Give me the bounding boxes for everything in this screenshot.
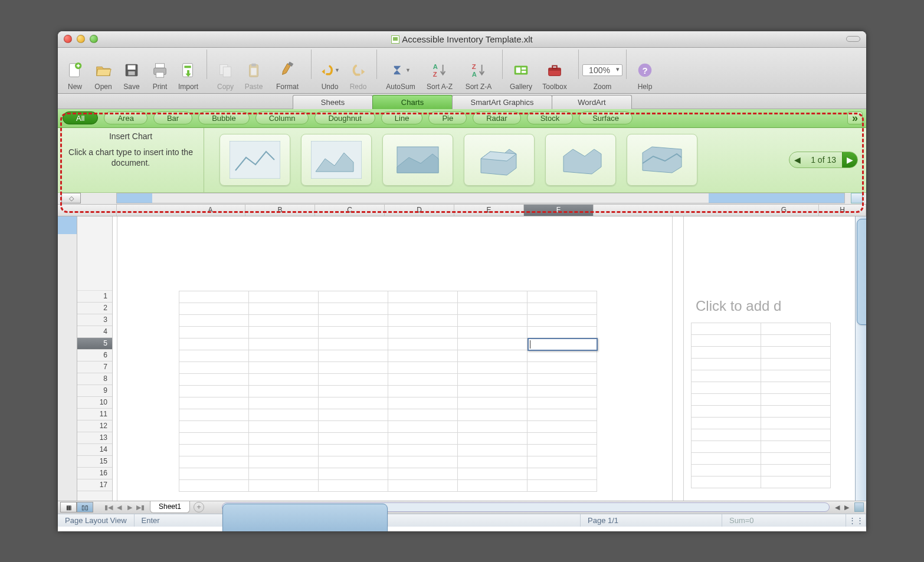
- add-data-placeholder[interactable]: Click to add d: [696, 298, 781, 314]
- status-view[interactable]: Page Layout View: [58, 514, 135, 527]
- ribbon-tab-smartart[interactable]: SmartArt Graphics: [452, 95, 552, 109]
- page-layout-view-button[interactable]: ▯▯: [77, 502, 93, 512]
- active-cell[interactable]: [527, 338, 598, 351]
- zoom-dropdown[interactable]: 100%Zoom: [584, 60, 621, 91]
- row-12[interactable]: 12: [77, 420, 112, 432]
- chart-cat-bubble[interactable]: Bubble: [198, 111, 249, 124]
- chart-thumb-3[interactable]: [382, 134, 453, 186]
- pager-prev[interactable]: ◀: [789, 152, 805, 167]
- hscroll-left[interactable]: ◀: [833, 504, 841, 511]
- row-8[interactable]: 8: [77, 373, 112, 385]
- import-button[interactable]: Import: [175, 60, 202, 91]
- sheet-first[interactable]: ▮◀: [104, 504, 113, 511]
- sheet-tab-1[interactable]: Sheet1: [150, 501, 190, 513]
- hscroll-thumb[interactable]: [222, 504, 388, 531]
- split-handle[interactable]: [854, 502, 864, 512]
- chart-cat-more[interactable]: »: [847, 111, 863, 124]
- col-B[interactable]: B: [245, 205, 315, 216]
- sort-za-button[interactable]: ZASort Z-A: [460, 60, 497, 91]
- paste-button[interactable]: Paste: [240, 60, 267, 91]
- chart-category-bar: All Area Bar Bubble Column Doughnut Line…: [58, 109, 866, 128]
- row-10[interactable]: 10: [77, 397, 112, 409]
- cell-grid[interactable]: [179, 291, 597, 492]
- chart-cat-line[interactable]: Line: [381, 111, 423, 124]
- toolbox-button[interactable]: Toolbox: [536, 60, 574, 91]
- col-H[interactable]: H: [819, 205, 866, 216]
- row-13[interactable]: 13: [77, 432, 112, 444]
- page-1: [117, 216, 672, 501]
- row-17[interactable]: 17: [77, 479, 112, 491]
- col-F[interactable]: F: [524, 205, 594, 216]
- sheet-last[interactable]: ▶▮: [136, 504, 145, 511]
- chart-cat-column[interactable]: Column: [255, 111, 309, 124]
- col-C[interactable]: C: [315, 205, 385, 216]
- vertical-ruler[interactable]: [58, 216, 77, 501]
- hscroll-right[interactable]: ▶: [843, 504, 851, 511]
- row-4[interactable]: 4: [77, 326, 112, 338]
- row-2[interactable]: 2: [77, 303, 112, 314]
- chart-thumb-1[interactable]: [219, 134, 290, 186]
- svg-rect-21: [516, 67, 521, 73]
- chart-thumb-2[interactable]: [301, 134, 372, 186]
- chart-thumb-5[interactable]: [545, 134, 616, 186]
- vertical-scrollbar[interactable]: [855, 216, 866, 501]
- ruler-origin-handle[interactable]: ◇: [61, 193, 81, 203]
- open-button[interactable]: Open: [90, 60, 117, 91]
- row-14[interactable]: 14: [77, 444, 112, 456]
- col-E[interactable]: E: [454, 205, 524, 216]
- vscroll-thumb[interactable]: [857, 219, 866, 325]
- sort-az-button[interactable]: AZSort A-Z: [421, 60, 458, 91]
- chart-cat-area[interactable]: Area: [104, 111, 147, 124]
- row-7[interactable]: 7: [77, 361, 112, 373]
- chart-cat-doughnut[interactable]: Doughnut: [314, 111, 375, 124]
- chart-thumb-4[interactable]: [464, 134, 535, 186]
- chart-cat-radar[interactable]: Radar: [473, 111, 520, 124]
- row-5[interactable]: 5: [77, 338, 112, 350]
- toolbar-toggle-pill[interactable]: [846, 36, 860, 42]
- autosum-button[interactable]: ▼AutoSum: [382, 60, 420, 91]
- svg-text:Z: Z: [472, 63, 476, 70]
- horizontal-ruler[interactable]: [116, 193, 845, 203]
- insert-chart-panel: Insert Chart Click a chart type to inser…: [58, 128, 204, 192]
- col-A[interactable]: A: [176, 205, 245, 216]
- gallery-button[interactable]: Gallery: [507, 60, 535, 91]
- save-button[interactable]: Save: [118, 60, 145, 91]
- pager-next[interactable]: ▶: [842, 152, 857, 167]
- row-1[interactable]: 1: [77, 291, 112, 303]
- horizontal-scrollbar[interactable]: [222, 502, 830, 512]
- col-D[interactable]: D: [385, 205, 454, 216]
- sheet-prev[interactable]: ◀: [114, 504, 124, 511]
- document-icon: [391, 35, 399, 44]
- sheet-canvas[interactable]: Click to add d: [113, 216, 855, 501]
- chart-cat-surface[interactable]: Surface: [579, 111, 633, 124]
- status-resize-icon[interactable]: ⋮⋮: [846, 514, 866, 527]
- row-6[interactable]: 6: [77, 350, 112, 361]
- row-11[interactable]: 11: [77, 409, 112, 420]
- new-button[interactable]: New: [61, 60, 89, 91]
- row-15[interactable]: 15: [77, 456, 112, 468]
- col-G[interactable]: G: [749, 205, 819, 216]
- format-button[interactable]: Format: [268, 60, 306, 91]
- side-cell-grid[interactable]: [691, 323, 831, 488]
- ruler-collapse[interactable]: [851, 193, 863, 203]
- chart-cat-all[interactable]: All: [63, 111, 98, 124]
- normal-view-button[interactable]: ▦: [60, 502, 77, 512]
- row-3[interactable]: 3: [77, 314, 112, 326]
- help-button[interactable]: ?Help: [631, 60, 658, 91]
- sheet-next[interactable]: ▶: [125, 504, 135, 511]
- row-16[interactable]: 16: [77, 468, 112, 479]
- copy-button[interactable]: Copy: [212, 60, 239, 91]
- ribbon-tab-wordart[interactable]: WordArt: [552, 95, 632, 109]
- redo-button[interactable]: Redo: [345, 60, 372, 91]
- ribbon-tab-charts[interactable]: Charts: [372, 95, 453, 109]
- print-button[interactable]: Print: [146, 60, 173, 91]
- add-sheet-button[interactable]: +: [194, 502, 204, 512]
- pager-text: 1 of 13: [805, 155, 842, 165]
- chart-cat-bar[interactable]: Bar: [153, 111, 192, 124]
- chart-thumb-6[interactable]: [627, 134, 697, 186]
- row-9[interactable]: 9: [77, 385, 112, 397]
- undo-button[interactable]: ▼Undo: [316, 60, 343, 91]
- chart-cat-stock[interactable]: Stock: [527, 111, 574, 124]
- ribbon-tab-sheets[interactable]: Sheets: [293, 95, 373, 109]
- chart-cat-pie[interactable]: Pie: [428, 111, 467, 124]
